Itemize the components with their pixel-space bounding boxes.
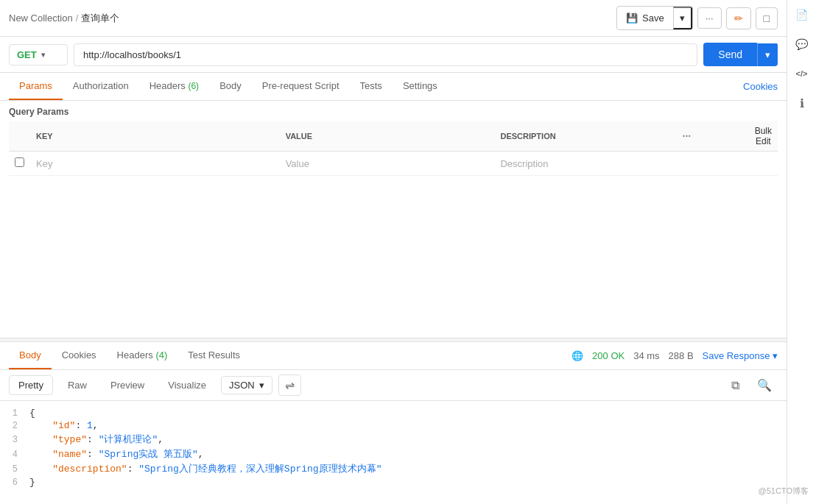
top-bar: New Collection / 查询单个 💾 Save ▾ ··· ✏ □: [0, 0, 787, 37]
cookies-link[interactable]: Cookies: [743, 74, 778, 99]
key-cell[interactable]: Key: [30, 152, 280, 176]
checkbox-col-header: [9, 121, 30, 152]
code-line-3: 3 "type": "计算机理论",: [0, 432, 787, 447]
breadcrumb: New Collection / 查询单个: [9, 12, 611, 25]
save-dropdown-button[interactable]: ▾: [673, 7, 692, 29]
tab-headers[interactable]: Headers (6): [139, 73, 209, 100]
query-params-section: Query Params KEY VALUE DESCRIPTION ··· B…: [0, 101, 787, 176]
tab-params[interactable]: Params: [9, 73, 63, 100]
table-row: Key Value Description: [9, 152, 778, 176]
more-button[interactable]: ···: [697, 7, 722, 29]
edit-button[interactable]: ✏: [726, 7, 751, 29]
bulk-cell: [749, 152, 778, 176]
bulk-edit-col-header: Bulk Edit: [749, 121, 778, 152]
query-params-title: Query Params: [9, 107, 778, 117]
method-selector[interactable]: GET ▾: [9, 44, 68, 65]
main-content: New Collection / 查询单个 💾 Save ▾ ··· ✏ □ G…: [0, 0, 787, 504]
wrap-button[interactable]: ⇌: [278, 375, 301, 396]
save-response-arrow-icon: ▾: [773, 350, 778, 361]
pretty-button[interactable]: Pretty: [9, 375, 53, 395]
url-bar: GET ▾ Send ▾: [0, 37, 787, 73]
watermark: @51CTO博客: [759, 486, 809, 497]
send-button[interactable]: Send: [703, 43, 757, 66]
right-sidebar: 📄 💬 </> ℹ: [787, 0, 816, 504]
save-button-group: 💾 Save ▾: [616, 6, 693, 30]
send-dropdown-button[interactable]: ▾: [757, 43, 778, 66]
action-col-header: ···: [677, 121, 749, 152]
save-response-button[interactable]: Save Response ▾: [703, 350, 778, 361]
response-time: 34 ms: [633, 350, 659, 361]
sidebar-code-icon[interactable]: </>: [793, 65, 811, 82]
method-label: GET: [17, 49, 37, 60]
bulk-edit-button[interactable]: Bulk Edit: [755, 126, 772, 146]
wrap-icon: ⇌: [285, 379, 295, 391]
code-line-4: 4 "name": "Spring实战 第五版",: [0, 447, 787, 461]
preview-button[interactable]: Preview: [102, 376, 153, 394]
breadcrumb-collection[interactable]: New Collection: [9, 13, 73, 24]
value-cell[interactable]: Value: [280, 152, 495, 176]
resp-headers-badge: (4): [155, 349, 167, 361]
tab-body[interactable]: Body: [209, 73, 252, 100]
format-bar: Pretty Raw Preview Visualize JSON ▾ ⇌ ⧉ …: [0, 370, 787, 401]
action-cell: [677, 152, 749, 176]
request-spacer: [0, 176, 787, 338]
row-checkbox[interactable]: [15, 157, 24, 167]
top-bar-actions: 💾 Save ▾ ··· ✏ □: [616, 6, 778, 30]
method-dropdown-icon: ▾: [41, 51, 45, 59]
copy-button[interactable]: ⧉: [725, 376, 745, 395]
comment-button[interactable]: □: [756, 7, 778, 29]
tab-tests[interactable]: Tests: [350, 73, 393, 100]
search-icon: 🔍: [757, 379, 772, 391]
response-status-bar: 🌐 200 OK 34 ms 288 B Save Response ▾: [571, 350, 778, 361]
breadcrumb-current[interactable]: 查询单个: [81, 12, 119, 25]
resp-tab-body[interactable]: Body: [9, 342, 52, 369]
headers-badge: (6): [188, 81, 199, 91]
sidebar-comment-icon[interactable]: 💬: [793, 35, 811, 53]
sidebar-file-icon[interactable]: 📄: [793, 6, 811, 24]
response-size: 288 B: [669, 350, 694, 361]
response-section: Body Cookies Headers (4) Test Results 🌐 …: [0, 342, 787, 504]
save-label: Save: [642, 13, 664, 24]
save-disk-icon: 💾: [626, 13, 638, 24]
key-col-header: KEY: [30, 121, 280, 152]
status-code: 200 OK: [592, 350, 625, 361]
description-cell[interactable]: Description: [494, 152, 676, 176]
code-line-1: 1 {: [0, 407, 787, 419]
url-input[interactable]: [74, 43, 697, 66]
request-tabs: Params Authorization Headers (6) Body Pr…: [0, 73, 787, 101]
action-dots-icon: ···: [683, 130, 692, 142]
visualize-button[interactable]: Visualize: [159, 376, 215, 394]
row-checkbox-cell: [9, 152, 30, 176]
code-line-2: 2 "id": 1,: [0, 419, 787, 432]
send-button-group: Send ▾: [703, 43, 778, 66]
tab-settings[interactable]: Settings: [393, 73, 448, 100]
code-line-6: 6 }: [0, 476, 787, 489]
tab-pre-request[interactable]: Pre-request Script: [252, 73, 350, 100]
desc-col-header: DESCRIPTION: [494, 121, 676, 152]
resp-tab-headers[interactable]: Headers (4): [107, 342, 178, 369]
globe-icon: 🌐: [571, 350, 583, 361]
copy-icon: ⧉: [731, 379, 739, 391]
comment-icon: □: [764, 13, 770, 24]
params-table: KEY VALUE DESCRIPTION ··· Bulk Edit: [9, 121, 778, 176]
breadcrumb-separator: /: [76, 13, 79, 24]
format-selector[interactable]: JSON ▾: [221, 376, 272, 394]
raw-button[interactable]: Raw: [59, 376, 96, 394]
code-line-5: 5 "description": "Spring入门经典教程，深入理解Sprin…: [0, 461, 787, 476]
code-viewer: 1 { 2 "id": 1, 3 "type": "计算机理论", 4 "na: [0, 401, 787, 504]
tab-authorization[interactable]: Authorization: [63, 73, 139, 100]
response-tabs-bar: Body Cookies Headers (4) Test Results 🌐 …: [0, 342, 787, 370]
value-col-header: VALUE: [280, 121, 495, 152]
search-button[interactable]: 🔍: [751, 375, 778, 395]
format-arrow-icon: ▾: [259, 380, 264, 391]
save-button[interactable]: 💾 Save: [617, 8, 673, 28]
resp-tab-test-results[interactable]: Test Results: [177, 342, 250, 369]
sidebar-info-icon[interactable]: ℹ: [793, 94, 811, 112]
pencil-icon: ✏: [734, 13, 743, 24]
resp-tab-cookies[interactable]: Cookies: [52, 342, 107, 369]
